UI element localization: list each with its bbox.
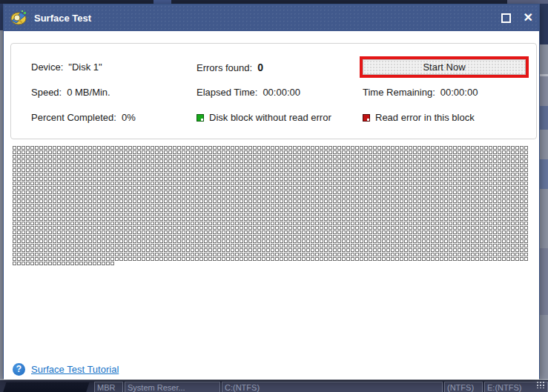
disk-block xyxy=(142,155,145,159)
disk-block xyxy=(444,168,448,172)
disk-block xyxy=(106,190,110,194)
disk-block xyxy=(324,159,328,163)
disk-block xyxy=(70,208,74,212)
disk-block xyxy=(57,235,61,239)
disk-block xyxy=(431,230,435,234)
disk-block xyxy=(168,248,172,252)
disk-block xyxy=(471,164,475,167)
disk-block xyxy=(204,226,208,230)
disk-block xyxy=(453,239,457,243)
disk-block xyxy=(342,239,346,243)
disk-block xyxy=(333,186,337,190)
start-now-button[interactable]: Start Now xyxy=(363,59,526,75)
disk-block xyxy=(484,155,488,159)
disk-block xyxy=(440,199,443,203)
disk-block xyxy=(395,213,399,216)
disk-block xyxy=(355,253,359,256)
disk-block xyxy=(88,217,92,221)
disk-block xyxy=(208,213,212,216)
disk-block xyxy=(195,222,199,225)
disk-block xyxy=(395,182,399,185)
disk-block xyxy=(426,204,430,207)
disk-block xyxy=(119,244,123,248)
disk-block xyxy=(222,190,225,194)
disk-block xyxy=(244,182,248,185)
disk-block xyxy=(199,177,203,181)
disk-block xyxy=(84,204,88,207)
disk-block xyxy=(195,182,199,185)
disk-block xyxy=(502,239,506,243)
disk-block xyxy=(57,248,61,252)
disk-block xyxy=(511,257,515,261)
disk-block xyxy=(53,177,56,181)
disk-block xyxy=(271,217,274,221)
disk-block xyxy=(168,235,172,239)
disk-block xyxy=(435,186,439,190)
disk-block xyxy=(30,164,34,167)
disk-block xyxy=(262,155,265,159)
disk-block xyxy=(475,186,479,190)
disk-block xyxy=(248,213,252,216)
disk-block xyxy=(315,186,319,190)
disk-block xyxy=(146,226,150,230)
disk-block xyxy=(351,226,354,230)
disk-block xyxy=(97,244,101,248)
disk-block xyxy=(26,164,30,167)
disk-block xyxy=(13,182,16,185)
disk-block xyxy=(426,235,430,239)
disk-block xyxy=(435,182,439,185)
disk-block xyxy=(404,248,408,252)
disk-block xyxy=(84,195,88,199)
disk-block xyxy=(39,173,43,176)
disk-block xyxy=(377,239,381,243)
disk-block xyxy=(311,186,314,190)
disk-block xyxy=(275,146,279,150)
disk-block xyxy=(39,155,43,159)
disk-block xyxy=(195,213,199,216)
disk-block xyxy=(248,253,252,256)
disk-block xyxy=(333,164,337,167)
disk-block xyxy=(280,182,283,185)
disk-block xyxy=(524,235,528,239)
disk-block xyxy=(191,253,194,256)
disk-block xyxy=(13,239,16,243)
disk-block xyxy=(400,213,403,216)
disk-block xyxy=(471,146,475,150)
disk-block xyxy=(191,213,194,216)
disk-block xyxy=(17,195,21,199)
disk-block xyxy=(22,235,25,239)
disk-block xyxy=(79,199,83,203)
disk-block xyxy=(66,190,70,194)
dialog-titlebar[interactable]: Surface Test ✕ xyxy=(4,4,539,31)
disk-block xyxy=(480,190,483,194)
disk-block xyxy=(435,230,439,234)
disk-block xyxy=(128,150,132,154)
disk-block xyxy=(280,195,283,199)
disk-block xyxy=(84,182,88,185)
surface-test-tutorial-link[interactable]: Surface Test Tutorial xyxy=(31,364,119,375)
disk-block xyxy=(213,217,217,221)
close-icon[interactable]: ✕ xyxy=(524,12,533,24)
help-icon[interactable]: ? xyxy=(13,363,25,376)
disk-block xyxy=(409,213,412,216)
disk-block xyxy=(168,195,172,199)
disk-block xyxy=(231,204,234,207)
disk-block xyxy=(426,146,430,150)
disk-block xyxy=(342,177,346,181)
disk-block xyxy=(449,244,452,248)
disk-block xyxy=(226,182,230,185)
disk-block xyxy=(284,168,288,172)
disk-block xyxy=(222,208,225,212)
disk-block xyxy=(102,204,105,207)
disk-block xyxy=(44,150,47,154)
disk-block xyxy=(360,155,363,159)
disk-block xyxy=(266,159,270,163)
maximize-icon[interactable] xyxy=(501,13,511,23)
disk-block xyxy=(88,186,92,190)
disk-block xyxy=(462,208,466,212)
disk-block xyxy=(155,168,159,172)
disk-block xyxy=(244,155,248,159)
disk-block xyxy=(124,204,128,207)
disk-block xyxy=(386,248,390,252)
disk-block xyxy=(164,155,168,159)
